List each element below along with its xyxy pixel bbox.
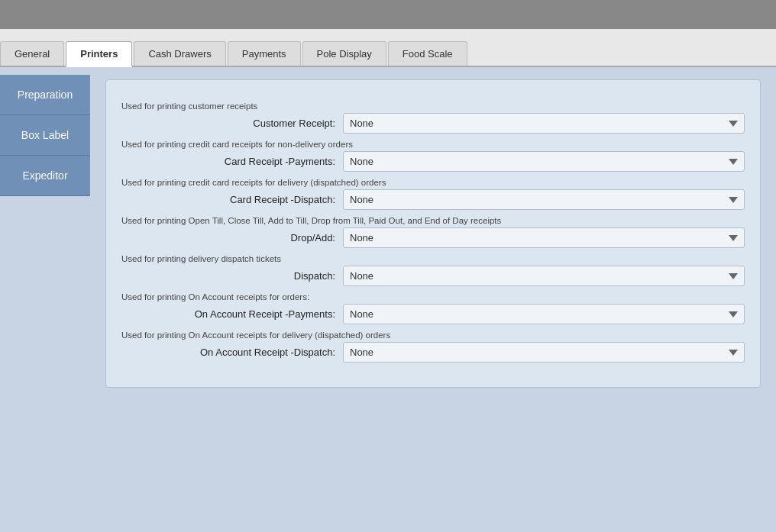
tab-payments[interactable]: Payments: [228, 41, 301, 66]
form-row-card-receipt-dispatch: Card Receipt -Dispatch:None: [121, 189, 745, 210]
hint-card-receipt-payments: Used for printing credit card receipts f…: [121, 140, 745, 149]
sidebar-item-preparation[interactable]: Preparation: [0, 75, 90, 115]
label-on-account-dispatch: On Account Receipt -Dispatch:: [121, 347, 343, 358]
sidebar: PreparationBox LabelExpeditor: [0, 67, 90, 532]
hint-on-account-dispatch: Used for printing On Account receipts fo…: [121, 330, 745, 340]
tab-general[interactable]: General: [0, 41, 64, 66]
select-dispatch[interactable]: None: [343, 266, 745, 286]
hint-card-receipt-dispatch: Used for printing credit card receipts f…: [121, 178, 745, 187]
label-drop-add: Drop/Add:: [121, 232, 343, 243]
select-on-account-payments[interactable]: None: [343, 304, 745, 324]
select-card-receipt-dispatch[interactable]: None: [343, 189, 745, 210]
form-row-drop-add: Drop/Add:None: [121, 227, 745, 248]
select-drop-add[interactable]: None: [343, 227, 745, 248]
form-row-on-account-payments: On Account Receipt -Payments:None: [121, 304, 745, 324]
hint-dispatch: Used for printing delivery dispatch tick…: [121, 254, 745, 263]
hint-customer-receipt: Used for printing customer receipts: [121, 102, 745, 111]
tab-cash-drawers[interactable]: Cash Drawers: [134, 41, 225, 66]
label-customer-receipt: Customer Receipt:: [121, 118, 343, 129]
tab-printers[interactable]: Printers: [66, 41, 132, 67]
form-row-card-receipt-payments: Card Receipt -Payments:None: [121, 151, 745, 172]
hint-on-account-payments: Used for printing On Account receipts fo…: [121, 292, 745, 301]
title-bar: [0, 0, 776, 29]
form-row-customer-receipt: Customer Receipt:None: [121, 113, 745, 134]
select-card-receipt-payments[interactable]: None: [343, 151, 745, 172]
label-dispatch: Dispatch:: [121, 270, 343, 282]
label-on-account-payments: On Account Receipt -Payments:: [121, 308, 343, 320]
select-customer-receipt[interactable]: None: [343, 113, 745, 134]
form-row-on-account-dispatch: On Account Receipt -Dispatch:None: [121, 342, 745, 363]
sidebar-item-expeditor[interactable]: Expeditor: [0, 156, 90, 196]
tab-food-scale[interactable]: Food Scale: [388, 41, 467, 66]
content-area: Used for printing customer receiptsCusto…: [90, 67, 776, 532]
select-on-account-dispatch[interactable]: None: [343, 342, 745, 363]
form-row-dispatch: Dispatch:None: [121, 266, 745, 286]
tab-bar: GeneralPrintersCash DrawersPaymentsPole …: [0, 29, 776, 67]
hint-drop-add: Used for printing Open Till, Close Till,…: [121, 216, 745, 225]
label-card-receipt-dispatch: Card Receipt -Dispatch:: [121, 194, 343, 205]
general-section: Used for printing customer receiptsCusto…: [105, 79, 761, 388]
main-area: PreparationBox LabelExpeditor Used for p…: [0, 67, 776, 532]
sidebar-item-box-label[interactable]: Box Label: [0, 115, 90, 156]
fields-container: Used for printing customer receiptsCusto…: [121, 102, 745, 363]
label-card-receipt-payments: Card Receipt -Payments:: [121, 156, 343, 167]
tab-pole-display[interactable]: Pole Display: [302, 41, 386, 66]
